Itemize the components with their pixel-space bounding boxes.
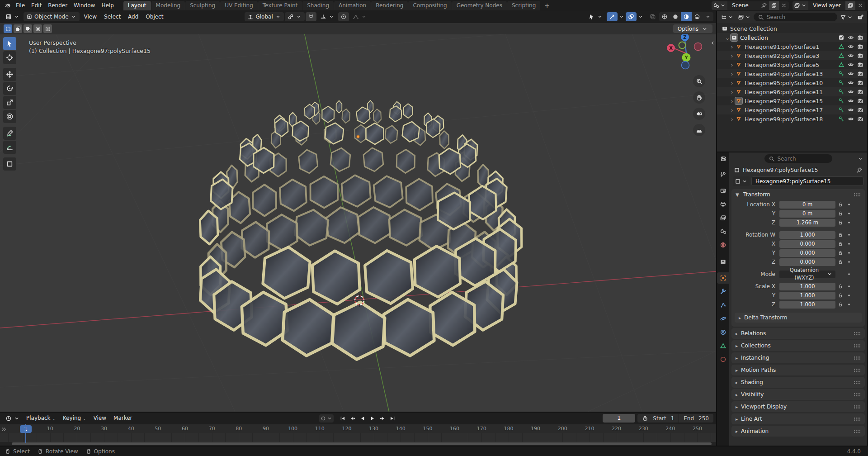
topbar-menu-edit[interactable]: Edit xyxy=(28,2,45,9)
workspace-tab-modeling[interactable]: Modeling xyxy=(151,1,185,10)
viewlayer-new-button[interactable] xyxy=(845,1,855,10)
outliner-row-scene-collection[interactable]: Scene Collection xyxy=(717,24,867,33)
animate-dot-icon[interactable] xyxy=(846,241,852,247)
viewlayer-browse-button[interactable] xyxy=(793,1,808,10)
timeline-menu-marker[interactable]: Marker xyxy=(110,415,136,421)
properties-search-input[interactable] xyxy=(778,156,828,162)
add-cube-tool[interactable] xyxy=(3,157,16,171)
timeline-menu-view[interactable]: View xyxy=(90,415,110,421)
expand-icon[interactable]: › xyxy=(729,62,735,68)
panel-instancing[interactable]: ▸Instancing xyxy=(731,352,865,363)
camera-icon[interactable] xyxy=(857,116,863,122)
panel-drag-handle[interactable] xyxy=(854,380,861,385)
scene-unlink-icon[interactable] xyxy=(779,2,789,9)
mode-selector[interactable]: Object Mode xyxy=(24,12,80,21)
outliner-row[interactable]: › Hexagone96:polySurface11 xyxy=(717,87,867,96)
outliner-filter-button[interactable] xyxy=(839,13,854,22)
expand-icon[interactable]: › xyxy=(729,107,735,114)
properties-search[interactable] xyxy=(764,154,832,163)
end-frame-field[interactable]: End250 xyxy=(679,415,713,422)
eye-icon[interactable] xyxy=(848,34,854,41)
viewport-menu-add[interactable]: Add xyxy=(124,14,142,20)
jump-to-end-button[interactable] xyxy=(387,414,397,423)
camera-view-button[interactable] xyxy=(693,108,705,120)
workspace-tab-shading[interactable]: Shading xyxy=(302,1,334,10)
eye-icon[interactable] xyxy=(848,98,854,104)
eye-icon[interactable] xyxy=(848,62,854,68)
proportional-falloff[interactable] xyxy=(350,12,370,21)
options-button[interactable]: Options xyxy=(673,24,712,33)
outliner-row[interactable]: › Hexagone98:polySurface17 xyxy=(717,105,867,114)
transform-tool[interactable] xyxy=(3,110,16,123)
panel-drag-handle[interactable] xyxy=(854,429,861,433)
current-frame-field[interactable]: 1 xyxy=(603,414,635,423)
workspace-tab-animation[interactable]: Animation xyxy=(334,1,371,10)
panel-drag-handle[interactable] xyxy=(854,356,861,360)
timeline-tracks[interactable] xyxy=(0,433,716,442)
snap-toggle[interactable] xyxy=(306,12,316,21)
panel-drag-handle[interactable] xyxy=(854,344,861,348)
outliner-row-collection[interactable]: ⌄ Collection xyxy=(717,33,867,42)
panel-shading[interactable]: ▸Shading xyxy=(731,377,865,388)
panel-motion-paths[interactable]: ▸Motion Paths xyxy=(731,365,865,375)
value-field[interactable]: 0.000 xyxy=(779,240,835,248)
value-field[interactable]: 0.000 xyxy=(779,258,835,266)
timeline-menu-playback[interactable]: Playback ⌄ xyxy=(23,415,59,421)
play-reverse-button[interactable] xyxy=(358,414,367,423)
eye-icon[interactable] xyxy=(848,107,854,113)
outliner-row[interactable]: › Hexagone97:polySurface15 xyxy=(717,96,867,105)
eye-icon[interactable] xyxy=(848,52,854,59)
shading-material-button[interactable] xyxy=(681,12,692,21)
pan-button[interactable] xyxy=(693,91,705,104)
measure-tool[interactable] xyxy=(3,141,16,154)
panel-drag-handle[interactable] xyxy=(854,368,861,372)
timeline-ruler[interactable]: 1 10203040506070809010011012013014015016… xyxy=(0,424,716,433)
workspace-tab-texture-paint[interactable]: Texture Paint xyxy=(258,1,302,10)
auto-keying-button[interactable] xyxy=(319,414,334,423)
ortho-toggle-button[interactable] xyxy=(693,124,705,136)
viewport-menu-view[interactable]: View xyxy=(80,14,100,20)
lock-open-icon[interactable] xyxy=(838,241,843,247)
lock-open-icon[interactable] xyxy=(838,293,843,298)
checkbox-icon[interactable] xyxy=(838,34,844,41)
jump-to-start-button[interactable] xyxy=(338,414,347,423)
lock-open-icon[interactable] xyxy=(838,220,843,225)
animate-dot-icon[interactable] xyxy=(846,293,852,298)
panel-drag-handle[interactable] xyxy=(854,332,861,336)
3d-viewport[interactable]: Object Mode ViewSelectAddObject Global xyxy=(0,11,716,412)
workspace-tab-scripting[interactable]: Scripting xyxy=(507,1,540,10)
outliner-row[interactable]: › Hexagone91:polySurface1 xyxy=(717,42,867,51)
delta-transform-panel[interactable]: ▸Delta Transform xyxy=(735,313,862,323)
properties-tab-scene[interactable] xyxy=(717,226,729,237)
outliner-search-input[interactable] xyxy=(767,14,833,20)
workspace-tab-layout[interactable]: Layout xyxy=(123,1,151,10)
panel-animation[interactable]: ▸Animation xyxy=(731,426,865,437)
properties-tab-collection[interactable] xyxy=(717,256,729,267)
outliner-row[interactable]: › Hexagone99:polySurface18 xyxy=(717,114,867,124)
value-field[interactable]: 1.000 xyxy=(779,283,835,290)
camera-icon[interactable] xyxy=(857,71,863,77)
value-field[interactable]: 1.266 m xyxy=(779,219,835,227)
camera-icon[interactable] xyxy=(857,80,863,86)
select-mode-new[interactable] xyxy=(4,24,12,33)
camera-icon[interactable] xyxy=(857,62,863,68)
select-box-tool[interactable] xyxy=(3,37,16,50)
playhead[interactable] xyxy=(25,424,26,443)
expand-icon[interactable]: › xyxy=(729,80,735,86)
outliner-search[interactable] xyxy=(754,13,837,21)
animate-dot-icon[interactable] xyxy=(846,284,852,289)
object-id-button[interactable] xyxy=(733,176,750,186)
expand-icon[interactable]: › xyxy=(729,52,735,59)
lock-open-icon[interactable] xyxy=(838,302,843,307)
next-keyframe-button[interactable] xyxy=(377,414,387,423)
scale-tool[interactable] xyxy=(3,96,16,109)
timeline-editor[interactable]: Playback ⌄Keying ⌄ViewMarker 1 Start1 xyxy=(0,412,716,446)
play-button[interactable] xyxy=(368,414,377,423)
lock-open-icon[interactable] xyxy=(838,284,843,289)
timeline-editor-type-button[interactable] xyxy=(3,414,23,423)
panel-viewport-display[interactable]: ▸Viewport Display xyxy=(731,401,865,412)
annotate-tool[interactable] xyxy=(3,127,16,140)
properties-tab-object[interactable] xyxy=(717,272,729,284)
new-collection-button[interactable] xyxy=(856,13,865,22)
select-mode-subtract[interactable] xyxy=(24,24,32,33)
